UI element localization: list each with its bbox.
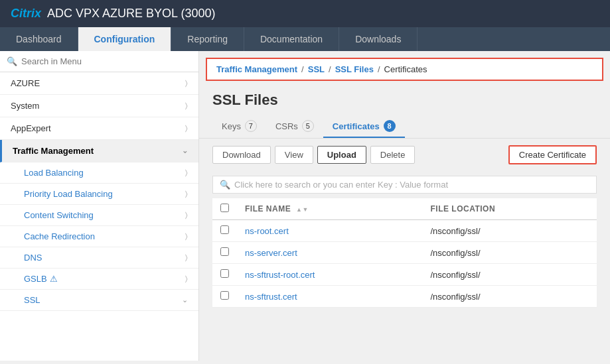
row-checkbox-cell bbox=[212, 220, 237, 242]
breadcrumb-traffic-management[interactable]: Traffic Management bbox=[216, 64, 297, 74]
row-location: /nsconfig/ssl/ bbox=[422, 220, 597, 242]
row-checkbox[interactable] bbox=[220, 247, 229, 256]
header-checkbox-cell bbox=[212, 198, 237, 220]
table-search-bar: 🔍 Click here to search or you can enter … bbox=[199, 171, 610, 198]
chevron-right-icon: 〉 bbox=[185, 190, 188, 198]
row-checkbox[interactable] bbox=[220, 225, 229, 234]
table-row: ns-sftrust.cert /nsconfig/ssl/ bbox=[212, 286, 597, 308]
table-row: ns-sftrust-root.cert /nsconfig/ssl/ bbox=[212, 264, 597, 286]
page-title: SSL Files bbox=[199, 88, 610, 115]
tab-downloads[interactable]: Downloads bbox=[339, 27, 418, 51]
row-filename[interactable]: ns-root.cert bbox=[237, 220, 422, 242]
sidebar-item-appexpert[interactable]: AppExpert 〉 bbox=[0, 117, 198, 140]
delete-button[interactable]: Delete bbox=[370, 146, 416, 164]
tab-certificates[interactable]: Certificates 8 bbox=[323, 115, 405, 138]
table-body: ns-root.cert /nsconfig/ssl/ ns-server.ce… bbox=[212, 220, 597, 308]
tab-reporting[interactable]: Reporting bbox=[171, 27, 244, 51]
tab-documentation[interactable]: Documentation bbox=[244, 27, 339, 51]
chevron-down-icon: ⌄ bbox=[182, 296, 188, 304]
table-search-inner[interactable]: 🔍 Click here to search or you can enter … bbox=[212, 176, 597, 194]
create-certificate-button[interactable]: Create Certificate bbox=[508, 145, 597, 164]
sidebar-item-cache-redirection[interactable]: Cache Redirection 〉 bbox=[0, 226, 198, 247]
download-button[interactable]: Download bbox=[212, 146, 271, 164]
sidebar-item-priority-load-balancing[interactable]: Priority Load Balancing 〉 bbox=[0, 184, 198, 205]
chevron-right-icon: 〉 bbox=[185, 124, 188, 133]
breadcrumb-certificates: Certificates bbox=[384, 64, 427, 74]
sidebar-item-ssl[interactable]: SSL ⌄ bbox=[0, 290, 198, 311]
table-row: ns-root.cert /nsconfig/ssl/ bbox=[212, 220, 597, 242]
search-placeholder: Click here to search or you can enter Ke… bbox=[234, 180, 448, 190]
select-all-checkbox[interactable] bbox=[220, 204, 229, 212]
chevron-right-icon: 〉 bbox=[185, 232, 188, 241]
chevron-down-icon: ⌄ bbox=[182, 147, 188, 155]
brand-citrix: Citrix bbox=[11, 7, 41, 20]
breadcrumb-sep-1: / bbox=[301, 64, 304, 74]
row-checkbox[interactable] bbox=[220, 291, 229, 300]
breadcrumb-ssl-files[interactable]: SSL Files bbox=[335, 64, 374, 74]
sidebar-item-azure[interactable]: AZURE 〉 bbox=[0, 72, 198, 95]
content-area: Traffic Management / SSL / SSL Files / C… bbox=[199, 51, 610, 361]
file-tabs: Keys 7 CSRs 5 Certificates 8 bbox=[199, 115, 610, 139]
keys-count: 7 bbox=[245, 120, 257, 132]
files-table: FILE NAME ▲▼ FILE LOCATION ns-root.cert … bbox=[212, 198, 597, 308]
table-header-row: FILE NAME ▲▼ FILE LOCATION bbox=[212, 198, 597, 220]
sidebar-item-gslb[interactable]: GSLB ⚠ 〉 bbox=[0, 269, 198, 290]
chevron-right-icon: 〉 bbox=[185, 274, 188, 283]
col-filelocation: FILE LOCATION bbox=[422, 198, 597, 220]
breadcrumb-ssl[interactable]: SSL bbox=[308, 64, 325, 74]
breadcrumb: Traffic Management / SSL / SSL Files / C… bbox=[206, 58, 603, 81]
row-filename[interactable]: ns-sftrust.cert bbox=[237, 286, 422, 308]
brand-rest: ADC VPX AZURE BYOL (3000) bbox=[47, 7, 215, 20]
row-filename[interactable]: ns-sftrust-root.cert bbox=[237, 264, 422, 286]
sort-arrows-filename[interactable]: ▲▼ bbox=[296, 207, 309, 213]
tab-dashboard[interactable]: Dashboard bbox=[0, 27, 78, 51]
warning-icon: ⚠ bbox=[50, 274, 58, 284]
row-location: /nsconfig/ssl/ bbox=[422, 242, 597, 264]
nav-tabs: Dashboard Configuration Reporting Docume… bbox=[0, 27, 610, 51]
row-location: /nsconfig/ssl/ bbox=[422, 264, 597, 286]
app-header: Citrix ADC VPX AZURE BYOL (3000) bbox=[0, 0, 610, 27]
breadcrumb-sep-3: / bbox=[378, 64, 380, 74]
row-checkbox-cell bbox=[212, 242, 237, 264]
breadcrumb-sep-2: / bbox=[329, 64, 331, 74]
table-row: ns-server.cert /nsconfig/ssl/ bbox=[212, 242, 597, 264]
tab-keys[interactable]: Keys 7 bbox=[212, 115, 266, 138]
upload-button[interactable]: Upload bbox=[317, 146, 366, 164]
search-input[interactable] bbox=[21, 56, 192, 66]
sidebar: 🔍 AZURE 〉 System 〉 AppExpert 〉 Traffic M… bbox=[0, 51, 199, 361]
row-checkbox-cell bbox=[212, 286, 237, 308]
chevron-right-icon: 〉 bbox=[185, 79, 188, 88]
row-checkbox-cell bbox=[212, 264, 237, 286]
chevron-right-icon: 〉 bbox=[185, 253, 188, 262]
chevron-right-icon: 〉 bbox=[185, 211, 188, 219]
tab-configuration[interactable]: Configuration bbox=[78, 27, 172, 51]
view-button[interactable]: View bbox=[275, 146, 313, 164]
sidebar-item-traffic-management[interactable]: Traffic Management ⌄ bbox=[0, 140, 198, 162]
files-table-wrap: FILE NAME ▲▼ FILE LOCATION ns-root.cert … bbox=[199, 198, 610, 308]
row-location: /nsconfig/ssl/ bbox=[422, 286, 597, 308]
search-icon: 🔍 bbox=[7, 56, 17, 66]
col-filename: FILE NAME ▲▼ bbox=[237, 198, 422, 220]
row-filename[interactable]: ns-server.cert bbox=[237, 242, 422, 264]
sidebar-search-box[interactable]: 🔍 bbox=[0, 51, 198, 72]
search-icon: 🔍 bbox=[220, 180, 230, 190]
chevron-right-icon: 〉 bbox=[185, 168, 188, 177]
main-layout: 🔍 AZURE 〉 System 〉 AppExpert 〉 Traffic M… bbox=[0, 51, 610, 361]
sidebar-item-system[interactable]: System 〉 bbox=[0, 95, 198, 117]
sidebar-item-content-switching[interactable]: Content Switching 〉 bbox=[0, 205, 198, 226]
row-checkbox[interactable] bbox=[220, 269, 229, 278]
sidebar-item-load-balancing[interactable]: Load Balancing 〉 bbox=[0, 162, 198, 184]
brand: Citrix ADC VPX AZURE BYOL (3000) bbox=[11, 7, 215, 21]
certificates-count: 8 bbox=[384, 120, 396, 132]
action-bar: Download View Upload Delete Create Certi… bbox=[199, 139, 610, 171]
chevron-right-icon: 〉 bbox=[185, 101, 188, 110]
sidebar-item-dns[interactable]: DNS 〉 bbox=[0, 247, 198, 269]
tab-csrs[interactable]: CSRs 5 bbox=[266, 115, 323, 138]
csrs-count: 5 bbox=[302, 120, 314, 132]
